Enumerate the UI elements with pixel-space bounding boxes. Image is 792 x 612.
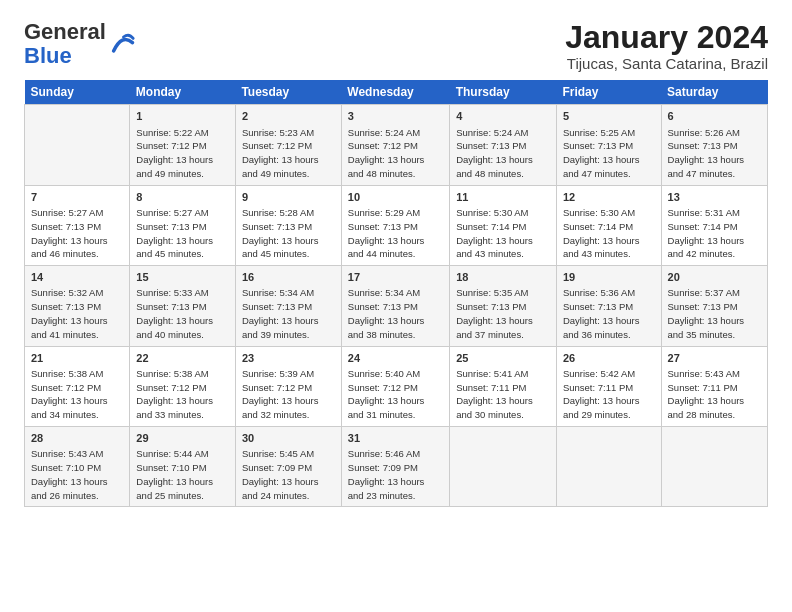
calendar-cell: 1Sunrise: 5:22 AM Sunset: 7:12 PM Daylig…	[130, 105, 236, 185]
calendar-cell: 8Sunrise: 5:27 AM Sunset: 7:13 PM Daylig…	[130, 185, 236, 265]
calendar-cell: 17Sunrise: 5:34 AM Sunset: 7:13 PM Dayli…	[341, 266, 449, 346]
calendar-cell: 3Sunrise: 5:24 AM Sunset: 7:12 PM Daylig…	[341, 105, 449, 185]
cell-info: Sunrise: 5:24 AM Sunset: 7:13 PM Dayligh…	[456, 126, 550, 181]
calendar-cell: 12Sunrise: 5:30 AM Sunset: 7:14 PM Dayli…	[556, 185, 661, 265]
day-number: 26	[563, 351, 655, 366]
day-number: 20	[668, 270, 761, 285]
calendar-cell: 22Sunrise: 5:38 AM Sunset: 7:12 PM Dayli…	[130, 346, 236, 426]
day-number: 14	[31, 270, 123, 285]
week-row-1: 7Sunrise: 5:27 AM Sunset: 7:13 PM Daylig…	[25, 185, 768, 265]
location: Tijucas, Santa Catarina, Brazil	[565, 55, 768, 72]
cell-info: Sunrise: 5:34 AM Sunset: 7:13 PM Dayligh…	[348, 286, 443, 341]
day-number: 31	[348, 431, 443, 446]
cell-info: Sunrise: 5:44 AM Sunset: 7:10 PM Dayligh…	[136, 447, 229, 502]
day-number: 16	[242, 270, 335, 285]
day-header-sunday: Sunday	[25, 80, 130, 105]
logo-text: General Blue	[24, 20, 106, 68]
cell-info: Sunrise: 5:27 AM Sunset: 7:13 PM Dayligh…	[31, 206, 123, 261]
calendar-cell: 10Sunrise: 5:29 AM Sunset: 7:13 PM Dayli…	[341, 185, 449, 265]
day-number: 28	[31, 431, 123, 446]
day-number: 24	[348, 351, 443, 366]
cell-info: Sunrise: 5:38 AM Sunset: 7:12 PM Dayligh…	[136, 367, 229, 422]
cell-info: Sunrise: 5:40 AM Sunset: 7:12 PM Dayligh…	[348, 367, 443, 422]
day-number: 29	[136, 431, 229, 446]
calendar-cell: 4Sunrise: 5:24 AM Sunset: 7:13 PM Daylig…	[450, 105, 557, 185]
calendar-cell	[25, 105, 130, 185]
cell-info: Sunrise: 5:42 AM Sunset: 7:11 PM Dayligh…	[563, 367, 655, 422]
calendar-cell: 15Sunrise: 5:33 AM Sunset: 7:13 PM Dayli…	[130, 266, 236, 346]
title-block: January 2024 Tijucas, Santa Catarina, Br…	[565, 20, 768, 72]
cell-info: Sunrise: 5:43 AM Sunset: 7:11 PM Dayligh…	[668, 367, 761, 422]
week-row-2: 14Sunrise: 5:32 AM Sunset: 7:13 PM Dayli…	[25, 266, 768, 346]
day-header-wednesday: Wednesday	[341, 80, 449, 105]
calendar-cell: 2Sunrise: 5:23 AM Sunset: 7:12 PM Daylig…	[235, 105, 341, 185]
cell-info: Sunrise: 5:45 AM Sunset: 7:09 PM Dayligh…	[242, 447, 335, 502]
calendar-cell: 20Sunrise: 5:37 AM Sunset: 7:13 PM Dayli…	[661, 266, 767, 346]
logo-general: General	[24, 19, 106, 44]
cell-info: Sunrise: 5:46 AM Sunset: 7:09 PM Dayligh…	[348, 447, 443, 502]
day-header-tuesday: Tuesday	[235, 80, 341, 105]
calendar-cell: 14Sunrise: 5:32 AM Sunset: 7:13 PM Dayli…	[25, 266, 130, 346]
week-row-3: 21Sunrise: 5:38 AM Sunset: 7:12 PM Dayli…	[25, 346, 768, 426]
day-number: 23	[242, 351, 335, 366]
calendar-cell: 7Sunrise: 5:27 AM Sunset: 7:13 PM Daylig…	[25, 185, 130, 265]
day-number: 3	[348, 109, 443, 124]
cell-info: Sunrise: 5:38 AM Sunset: 7:12 PM Dayligh…	[31, 367, 123, 422]
calendar-cell: 23Sunrise: 5:39 AM Sunset: 7:12 PM Dayli…	[235, 346, 341, 426]
cell-info: Sunrise: 5:30 AM Sunset: 7:14 PM Dayligh…	[563, 206, 655, 261]
cell-info: Sunrise: 5:28 AM Sunset: 7:13 PM Dayligh…	[242, 206, 335, 261]
calendar-cell: 16Sunrise: 5:34 AM Sunset: 7:13 PM Dayli…	[235, 266, 341, 346]
calendar-cell: 25Sunrise: 5:41 AM Sunset: 7:11 PM Dayli…	[450, 346, 557, 426]
day-number: 1	[136, 109, 229, 124]
cell-info: Sunrise: 5:22 AM Sunset: 7:12 PM Dayligh…	[136, 126, 229, 181]
day-header-friday: Friday	[556, 80, 661, 105]
calendar-cell: 11Sunrise: 5:30 AM Sunset: 7:14 PM Dayli…	[450, 185, 557, 265]
calendar-cell: 19Sunrise: 5:36 AM Sunset: 7:13 PM Dayli…	[556, 266, 661, 346]
day-number: 25	[456, 351, 550, 366]
day-number: 30	[242, 431, 335, 446]
calendar-cell	[450, 427, 557, 507]
calendar-cell	[661, 427, 767, 507]
logo-blue: Blue	[24, 43, 72, 68]
day-number: 4	[456, 109, 550, 124]
day-number: 17	[348, 270, 443, 285]
day-number: 15	[136, 270, 229, 285]
month-year: January 2024	[565, 20, 768, 55]
page: General Blue January 2024 Tijucas, Santa…	[0, 0, 792, 612]
cell-info: Sunrise: 5:33 AM Sunset: 7:13 PM Dayligh…	[136, 286, 229, 341]
logo: General Blue	[24, 20, 136, 68]
calendar-cell: 18Sunrise: 5:35 AM Sunset: 7:13 PM Dayli…	[450, 266, 557, 346]
logo-icon	[108, 30, 136, 58]
cell-info: Sunrise: 5:34 AM Sunset: 7:13 PM Dayligh…	[242, 286, 335, 341]
day-header-saturday: Saturday	[661, 80, 767, 105]
day-number: 18	[456, 270, 550, 285]
day-number: 22	[136, 351, 229, 366]
cell-info: Sunrise: 5:26 AM Sunset: 7:13 PM Dayligh…	[668, 126, 761, 181]
calendar-cell: 31Sunrise: 5:46 AM Sunset: 7:09 PM Dayli…	[341, 427, 449, 507]
header-row: SundayMondayTuesdayWednesdayThursdayFrid…	[25, 80, 768, 105]
day-number: 10	[348, 190, 443, 205]
day-number: 21	[31, 351, 123, 366]
calendar-cell: 6Sunrise: 5:26 AM Sunset: 7:13 PM Daylig…	[661, 105, 767, 185]
day-header-thursday: Thursday	[450, 80, 557, 105]
cell-info: Sunrise: 5:41 AM Sunset: 7:11 PM Dayligh…	[456, 367, 550, 422]
calendar-cell: 24Sunrise: 5:40 AM Sunset: 7:12 PM Dayli…	[341, 346, 449, 426]
day-number: 27	[668, 351, 761, 366]
day-number: 11	[456, 190, 550, 205]
calendar-cell: 30Sunrise: 5:45 AM Sunset: 7:09 PM Dayli…	[235, 427, 341, 507]
calendar-cell: 26Sunrise: 5:42 AM Sunset: 7:11 PM Dayli…	[556, 346, 661, 426]
calendar-cell: 27Sunrise: 5:43 AM Sunset: 7:11 PM Dayli…	[661, 346, 767, 426]
day-number: 19	[563, 270, 655, 285]
cell-info: Sunrise: 5:32 AM Sunset: 7:13 PM Dayligh…	[31, 286, 123, 341]
calendar-cell: 13Sunrise: 5:31 AM Sunset: 7:14 PM Dayli…	[661, 185, 767, 265]
day-number: 6	[668, 109, 761, 124]
calendar-cell: 5Sunrise: 5:25 AM Sunset: 7:13 PM Daylig…	[556, 105, 661, 185]
cell-info: Sunrise: 5:25 AM Sunset: 7:13 PM Dayligh…	[563, 126, 655, 181]
day-number: 5	[563, 109, 655, 124]
header: General Blue January 2024 Tijucas, Santa…	[24, 20, 768, 72]
cell-info: Sunrise: 5:39 AM Sunset: 7:12 PM Dayligh…	[242, 367, 335, 422]
cell-info: Sunrise: 5:24 AM Sunset: 7:12 PM Dayligh…	[348, 126, 443, 181]
day-number: 9	[242, 190, 335, 205]
calendar-table: SundayMondayTuesdayWednesdayThursdayFrid…	[24, 80, 768, 507]
cell-info: Sunrise: 5:37 AM Sunset: 7:13 PM Dayligh…	[668, 286, 761, 341]
